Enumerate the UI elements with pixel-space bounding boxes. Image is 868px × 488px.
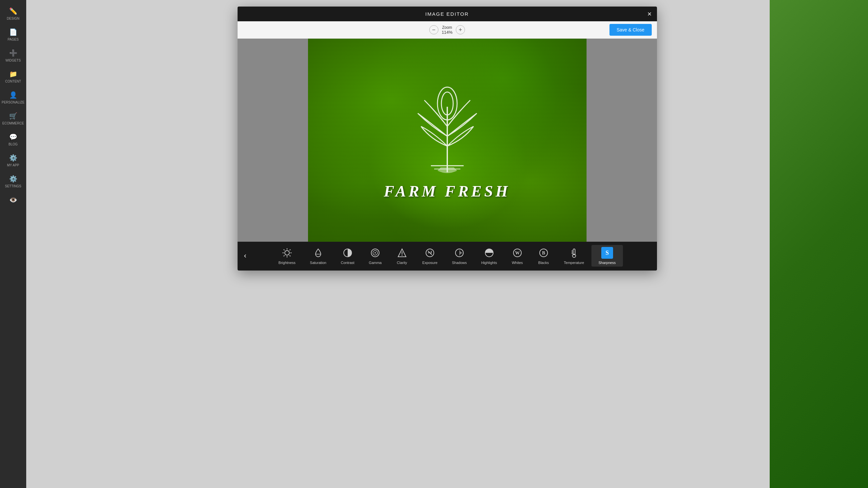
modal-close-button[interactable]: ×	[648, 10, 652, 18]
zoom-bar: − Zoom 114% + Save & Close	[238, 21, 657, 39]
sidebar-item-pages[interactable]: 📄 PAGES	[0, 24, 26, 45]
gamma-icon	[369, 247, 381, 259]
svg-line-10	[283, 250, 284, 251]
ecommerce-icon: 🛒	[9, 112, 18, 120]
preview-icon: 👁️	[9, 196, 18, 204]
design-icon: ✏️	[9, 7, 18, 15]
brightness-icon	[281, 247, 293, 259]
blacks-icon: B	[538, 247, 550, 259]
sidebar-label-widgets: WIDGETS	[6, 59, 21, 62]
tool-label-whites: Whites	[512, 261, 523, 265]
tool-label-contrast: Contrast	[341, 261, 354, 265]
blog-icon: 💬	[9, 133, 18, 141]
tool-label-brightness: Brightness	[279, 261, 296, 265]
zoom-value: 114%	[442, 30, 453, 35]
svg-line-11	[289, 256, 290, 256]
plant-icon	[398, 80, 496, 179]
svg-point-21	[401, 255, 402, 256]
tool-exposure[interactable]: Exposure	[415, 245, 445, 267]
canvas-area: FARM FRESH	[238, 39, 657, 242]
tool-whites[interactable]: W Whites	[504, 245, 530, 267]
tool-label-saturation: Saturation	[310, 261, 327, 265]
tool-label-highlights: Highlights	[481, 261, 497, 265]
sidebar-label-pages: PAGES	[7, 38, 19, 41]
sidebar-item-widgets[interactable]: ➕ WIDGETS	[0, 45, 26, 66]
content-icon: 📁	[9, 70, 18, 78]
whites-icon: W	[512, 247, 523, 259]
sidebar-item-settings[interactable]: ⚙️ SETTINGS	[0, 171, 26, 192]
contrast-icon	[342, 247, 353, 259]
exposure-icon	[424, 247, 436, 259]
modal-title: IMAGE EDITOR	[425, 11, 469, 17]
tool-label-clarity: Clarity	[397, 261, 407, 265]
svg-line-12	[289, 250, 290, 251]
tool-blacks[interactable]: B Blacks	[530, 245, 557, 267]
temperature-icon	[568, 247, 580, 259]
sidebar-item-myapp[interactable]: ⚙️ MY APP	[0, 150, 26, 171]
tool-highlights[interactable]: Highlights	[474, 245, 504, 267]
svg-text:W: W	[515, 251, 520, 256]
image-canvas: FARM FRESH	[238, 39, 657, 242]
settings-icon: ⚙️	[9, 175, 18, 183]
saturation-icon	[312, 247, 324, 259]
zoom-controls: − Zoom 114% +	[429, 25, 465, 35]
svg-text:S: S	[606, 250, 609, 256]
zoom-out-button[interactable]: −	[429, 25, 438, 34]
sidebar-item-content[interactable]: 📁 CONTENT	[0, 66, 26, 87]
clarity-icon	[396, 247, 408, 259]
farm-fresh-image: FARM FRESH	[308, 39, 587, 242]
tool-label-temperature: Temperature	[564, 261, 584, 265]
logo-text: FARM FRESH	[384, 182, 510, 200]
tool-label-sharpness: Sharpness	[599, 261, 616, 265]
main-area: IMAGE EDITOR × − Zoom 114% + Save & Clos…	[26, 0, 868, 488]
sidebar-label-ecommerce: ECOMMERCE	[2, 122, 24, 125]
pages-icon: 📄	[9, 28, 18, 36]
zoom-title: Zoom	[442, 25, 453, 30]
sidebar-label-myapp: MY APP	[7, 163, 19, 167]
sharpness-icon: S	[601, 247, 613, 259]
zoom-label: Zoom 114%	[442, 25, 453, 35]
svg-text:B: B	[542, 251, 545, 256]
tool-sharpness[interactable]: S Sharpness	[591, 245, 623, 267]
tool-clarity[interactable]: Clarity	[389, 245, 415, 267]
myapp-icon: ⚙️	[9, 154, 18, 162]
tool-brightness[interactable]: Brightness	[271, 245, 303, 267]
sidebar-label-content: CONTENT	[5, 79, 21, 83]
tool-gamma[interactable]: Gamma	[362, 245, 389, 267]
tool-label-gamma: Gamma	[369, 261, 382, 265]
sidebar-label-personalize: PERSONALIZE	[2, 101, 25, 104]
personalize-icon: 👤	[9, 91, 18, 99]
farm-fresh-logo: FARM FRESH	[384, 80, 510, 200]
svg-point-5	[285, 251, 289, 255]
image-editor-modal: IMAGE EDITOR × − Zoom 114% + Save & Clos…	[238, 6, 657, 270]
tool-temperature[interactable]: Temperature	[557, 245, 591, 267]
tool-contrast[interactable]: Contrast	[334, 245, 362, 267]
sidebar-label-settings: SETTINGS	[5, 185, 21, 188]
highlights-icon	[483, 247, 495, 259]
image-toolbar: ‹	[238, 242, 657, 270]
sidebar-item-personalize[interactable]: 👤 PERSONALIZE	[0, 87, 26, 108]
svg-line-13	[283, 256, 284, 256]
tool-label-blacks: Blacks	[538, 261, 549, 265]
sidebar-label-blog: BLOG	[8, 142, 18, 146]
modal-overlay: IMAGE EDITOR × − Zoom 114% + Save & Clos…	[26, 0, 868, 488]
sidebar-item-design[interactable]: ✏️ DESIGN	[0, 3, 26, 24]
tool-label-exposure: Exposure	[422, 261, 437, 265]
sidebar-item-preview[interactable]: 👁️	[0, 192, 26, 208]
modal-header: IMAGE EDITOR ×	[238, 6, 657, 21]
tool-saturation[interactable]: Saturation	[303, 245, 334, 267]
sidebar-item-ecommerce[interactable]: 🛒 ECOMMERCE	[0, 108, 26, 129]
save-close-button[interactable]: Save & Close	[610, 24, 652, 36]
tool-shadows[interactable]: Shadows	[445, 245, 474, 267]
tool-label-shadows: Shadows	[452, 261, 467, 265]
widgets-icon: ➕	[9, 49, 18, 57]
sidebar: ✏️ DESIGN 📄 PAGES ➕ WIDGETS 📁 CONTENT 👤 …	[0, 0, 26, 488]
zoom-in-button[interactable]: +	[456, 25, 465, 34]
sidebar-item-blog[interactable]: 💬 BLOG	[0, 129, 26, 150]
shadows-icon	[454, 247, 465, 259]
sidebar-label-design: DESIGN	[7, 17, 19, 20]
back-button[interactable]: ‹	[244, 252, 246, 260]
svg-point-18	[375, 252, 376, 254]
